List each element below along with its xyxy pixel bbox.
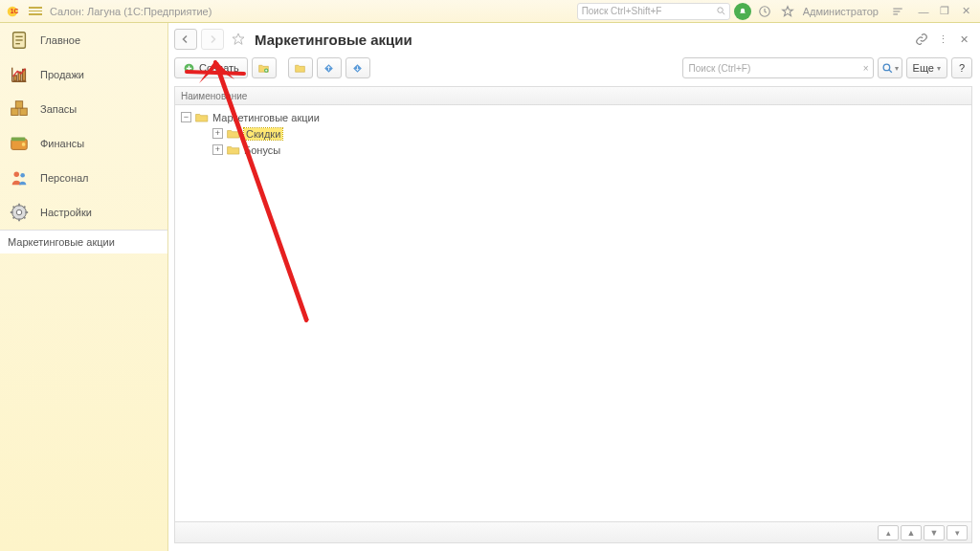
svg-rect-22: [11, 138, 26, 142]
svg-line-3: [723, 12, 724, 14]
close-tab-icon[interactable]: ✕: [955, 31, 972, 48]
sidebar-item-label: Финансы: [40, 138, 84, 149]
folder-icon: [227, 144, 240, 156]
help-label: ?: [959, 62, 965, 74]
folder-icon: [195, 112, 209, 123]
tree-child-row[interactable]: + + Скидки: [175, 125, 971, 142]
user-label[interactable]: Администратор: [803, 6, 879, 17]
more-button[interactable]: Еще ▾: [906, 57, 947, 78]
sidebar-item-staff[interactable]: Персонал: [0, 161, 167, 195]
boxes-icon: [8, 98, 31, 121]
menu-icon[interactable]: [29, 5, 42, 18]
plus-icon: [183, 62, 195, 75]
maximize-button[interactable]: ❐: [936, 3, 953, 20]
folder-icon: [294, 62, 306, 75]
collapse-icon[interactable]: −: [181, 112, 191, 122]
chart-icon: [8, 63, 31, 86]
scroll-down-button[interactable]: ▼: [924, 525, 945, 540]
diamond-down-icon: [351, 62, 364, 75]
app-title: Салон: Лагуна (1С:Предприятие): [50, 6, 212, 17]
svg-rect-17: [11, 108, 18, 115]
help-button[interactable]: ?: [951, 57, 972, 78]
global-search[interactable]: Поиск Ctrl+Shift+F: [577, 3, 730, 20]
search-button[interactable]: ▾: [878, 57, 902, 78]
gear-icon: [8, 201, 31, 224]
back-button[interactable]: [174, 29, 197, 50]
wallet-icon: [8, 132, 31, 155]
folder-icon: [227, 128, 240, 140]
page-title: Маркетинговые акции: [255, 32, 412, 48]
global-search-placeholder: Поиск Ctrl+Shift+F: [582, 6, 662, 16]
create-label: Создать: [199, 62, 239, 74]
content-area: Маркетинговые акции ⋮ ✕ Создать: [168, 23, 980, 551]
sidebar-item-label: Настройки: [40, 207, 92, 218]
clipboard-icon: [8, 29, 31, 52]
search-input[interactable]: Поиск (Ctrl+F) ×: [682, 57, 874, 78]
move-down-button[interactable]: [345, 57, 370, 78]
options-icon[interactable]: [888, 2, 907, 21]
people-icon: [8, 166, 31, 189]
sidebar-item-sales[interactable]: Продажи: [0, 57, 167, 92]
toolbar: Создать Поиск (Ctrl+F) × ▾: [174, 55, 972, 80]
page-header: Маркетинговые акции ⋮ ✕: [174, 27, 972, 52]
svg-point-23: [14, 172, 20, 178]
favorite-icon[interactable]: [778, 2, 797, 21]
sidebar-item-main[interactable]: Главное: [0, 23, 167, 57]
svg-text:1С: 1С: [11, 8, 19, 14]
link-icon[interactable]: [913, 31, 930, 48]
logo-1c: 1С: [6, 3, 25, 20]
more-icon[interactable]: ⋮: [934, 31, 951, 48]
diamond-up-icon: [323, 62, 335, 75]
sidebar-subnav[interactable]: Маркетинговые акции: [0, 230, 167, 253]
create-button[interactable]: Создать: [174, 57, 248, 78]
minimize-button[interactable]: —: [915, 3, 932, 20]
scroll-up-button[interactable]: ▲: [901, 525, 922, 540]
create-group-button[interactable]: [252, 57, 277, 78]
sidebar-item-label: Запасы: [40, 103, 77, 115]
search-icon: [881, 62, 894, 75]
folder-yellow-button[interactable]: [288, 57, 313, 78]
svg-line-30: [889, 70, 892, 73]
expand-icon[interactable]: +: [212, 144, 223, 155]
bell-icon: [738, 7, 747, 16]
tree-root-row[interactable]: − Маркетинговые акции: [175, 109, 971, 125]
tree-child-label: Бонусы: [244, 144, 280, 156]
sidebar-item-label: Главное: [40, 34, 80, 46]
svg-point-21: [22, 143, 26, 146]
svg-rect-19: [15, 101, 22, 108]
search-placeholder: Поиск (Ctrl+F): [689, 63, 751, 74]
expand-icon[interactable]: +: [212, 128, 223, 139]
clear-search-icon[interactable]: ×: [863, 63, 869, 74]
svg-point-24: [20, 173, 25, 178]
close-button[interactable]: ✕: [957, 3, 974, 20]
folder-plus-icon: [257, 62, 270, 75]
sidebar-item-stock[interactable]: Запасы: [0, 92, 167, 126]
svg-point-2: [717, 8, 723, 13]
forward-button[interactable]: [201, 29, 224, 50]
svg-rect-14: [14, 76, 17, 81]
search-icon: [716, 6, 726, 16]
tree-view: − Маркетинговые акции + + Скидки + + Бон…: [174, 105, 972, 522]
topbar: 1С Салон: Лагуна (1С:Предприятие) Поиск …: [0, 0, 980, 23]
grid-footer: ▴ ▲ ▼ ▾: [174, 522, 972, 543]
svg-point-26: [16, 209, 22, 215]
grid-header[interactable]: Наименование: [174, 86, 972, 105]
sidebar-item-label: Продажи: [40, 69, 84, 80]
column-header-name: Наименование: [181, 91, 247, 101]
sidebar-item-settings[interactable]: Настройки: [0, 195, 167, 230]
sidebar-item-finance[interactable]: Финансы: [0, 126, 167, 161]
scroll-bottom-button[interactable]: ▾: [947, 525, 968, 540]
tree-child-row[interactable]: + + Бонусы: [175, 142, 971, 158]
svg-point-29: [883, 64, 890, 71]
sidebar-item-label: Персонал: [40, 172, 89, 184]
tree-child-label: Скидки: [244, 128, 282, 140]
more-label: Еще: [913, 62, 934, 74]
scroll-top-button[interactable]: ▴: [878, 525, 899, 540]
move-up-button[interactable]: [317, 57, 342, 78]
star-icon[interactable]: [230, 31, 247, 48]
svg-rect-18: [20, 108, 27, 115]
sidebar: Главное Продажи Запасы Финансы Персонал: [0, 23, 168, 551]
tree-root-label: Маркетинговые акции: [212, 112, 320, 123]
history-icon[interactable]: [755, 2, 774, 21]
notification-badge[interactable]: [734, 3, 751, 20]
